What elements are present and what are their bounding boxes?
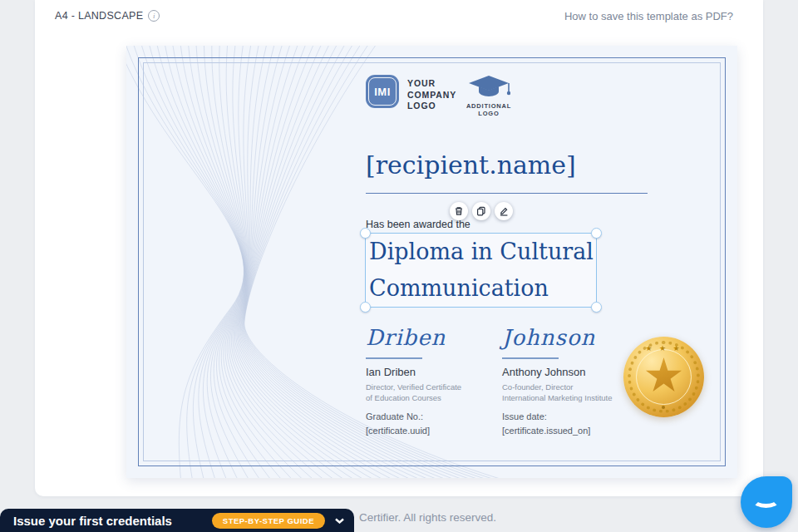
signature-rule — [502, 357, 559, 359]
selection-toolbar — [450, 202, 513, 220]
delete-button[interactable] — [450, 202, 468, 220]
resize-handle-top-left[interactable] — [360, 228, 371, 239]
field-label: Graduate No.: — [366, 410, 430, 424]
page-format-label: A4 - LANDSCAPE — [55, 10, 143, 22]
graduation-cap-icon — [467, 75, 510, 98]
step-by-step-guide-button[interactable]: STEP-BY-STEP GUIDE — [212, 513, 325, 529]
credentials-banner[interactable]: Issue your first credentials STEP-BY-STE… — [0, 509, 354, 532]
signature-name: Anthony Johnson — [502, 366, 635, 378]
field-value: [certificate.uuid] — [366, 424, 430, 438]
smile-icon — [752, 493, 780, 508]
pdf-help-link[interactable]: How to save this template as PDF? — [564, 10, 733, 22]
info-icon[interactable]: i — [148, 10, 160, 22]
editor-toolbar: A4 - LANDSCAPE i How to save this templa… — [35, 0, 763, 33]
medal-mini-stars: ★ ★ ★ — [623, 344, 704, 352]
additional-logo-label: ADDITIONAL LOGO — [456, 102, 522, 117]
signature-role: Co-founder, Director International Marke… — [502, 382, 635, 404]
recipient-underline — [366, 193, 648, 194]
awarded-text[interactable]: Has been awarded the — [366, 219, 470, 230]
chat-launcher[interactable] — [741, 476, 792, 528]
certificate-canvas[interactable]: IMI YOUR COMPANY LOGO ADDITIONAL LOGO [r… — [126, 46, 737, 478]
signature-name: Ian Driben — [366, 366, 499, 378]
signature-block-right[interactable]: Johnson Anthony Johnson Co-founder, Dire… — [502, 325, 635, 404]
signature-block-left[interactable]: Driben Ian Driben Director, Verified Cer… — [366, 325, 499, 404]
trash-icon — [454, 206, 464, 216]
certificate-title: Diploma in Cultural Communication — [369, 234, 594, 307]
resize-handle-top-right[interactable] — [591, 228, 602, 239]
additional-logo[interactable]: ADDITIONAL LOGO — [456, 75, 522, 117]
chevron-down-icon — [335, 518, 344, 524]
signature-role: Director, Verified Certificate of Educat… — [366, 382, 499, 404]
selected-title-textbox[interactable]: Diploma in Cultural Communication — [365, 233, 597, 308]
page-format: A4 - LANDSCAPE i — [55, 10, 160, 22]
medal-dot — [662, 406, 665, 409]
signature-script: Driben — [366, 325, 499, 350]
company-logo-caption: YOUR COMPANY LOGO — [407, 78, 456, 112]
banner-collapse-button[interactable] — [335, 518, 344, 524]
resize-handle-bottom-left[interactable] — [360, 302, 371, 313]
gold-medal-badge[interactable]: ★ ★ ★ — [623, 337, 704, 417]
editor-panel: A4 - LANDSCAPE i How to save this templa… — [35, 0, 763, 496]
graduate-number-field[interactable]: Graduate No.: [certificate.uuid] — [366, 410, 430, 437]
copyright-text: Certifier. All rights reserved. — [359, 511, 496, 524]
company-logo[interactable]: IMI — [366, 75, 399, 108]
pencil-icon — [499, 206, 509, 216]
issue-date-field[interactable]: Issue date: [certificate.issued_on] — [502, 410, 590, 437]
field-label: Issue date: — [502, 410, 590, 424]
copy-icon — [476, 206, 486, 216]
company-logo-monogram: IMI — [368, 77, 397, 106]
signature-rule — [366, 357, 422, 359]
duplicate-button[interactable] — [472, 202, 490, 220]
certifier-template-editor: A4 - LANDSCAPE i How to save this templa… — [0, 0, 798, 532]
signature-script: Johnson — [502, 325, 635, 350]
recipient-name-placeholder[interactable]: [recipient.name] — [366, 150, 665, 180]
resize-handle-bottom-right[interactable] — [591, 302, 602, 313]
banner-title: Issue your first credentials — [13, 514, 172, 528]
edit-button[interactable] — [495, 202, 513, 220]
field-value: [certificate.issued_on] — [502, 424, 590, 438]
